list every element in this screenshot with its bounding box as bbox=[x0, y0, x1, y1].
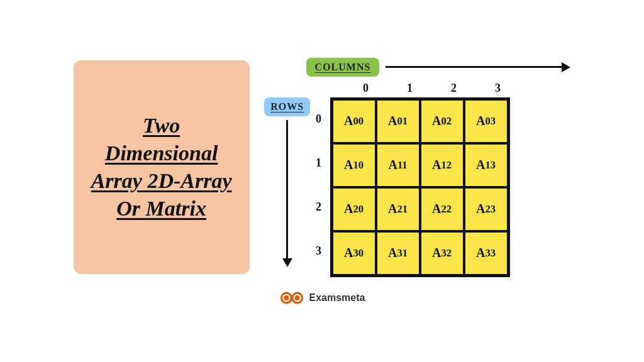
middle-section: ROWS 0 1 2 3 A00 A01 A02 A03 bbox=[269, 97, 510, 277]
cell-11: A11 bbox=[376, 143, 420, 187]
left-card: Two Dimensional Array 2D-Array Or Matrix bbox=[74, 60, 250, 274]
row-num-2: 2 bbox=[311, 185, 326, 229]
cell-00: A00 bbox=[332, 99, 376, 143]
columns-arrow bbox=[386, 62, 570, 72]
cell-12: A12 bbox=[420, 143, 464, 187]
infinity-icon bbox=[279, 291, 304, 305]
svg-point-1 bbox=[284, 295, 289, 300]
row-num-0: 0 bbox=[311, 97, 326, 141]
rows-badge: ROWS bbox=[264, 97, 310, 116]
col-numbers-row: 0 1 2 3 bbox=[344, 82, 520, 95]
arrow-line bbox=[386, 66, 562, 68]
row-numbers-col: 0 1 2 3 bbox=[311, 97, 326, 273]
cell-31: A31 bbox=[376, 231, 420, 275]
columns-row: COLUMNS bbox=[306, 58, 571, 77]
cell-20: A20 bbox=[332, 187, 376, 231]
cell-30: A30 bbox=[332, 231, 376, 275]
row-num-3: 3 bbox=[311, 229, 326, 273]
brand-logo bbox=[279, 291, 304, 305]
col-num-3: 3 bbox=[476, 82, 520, 95]
cell-02: A02 bbox=[420, 99, 464, 143]
row-num-1: 1 bbox=[311, 141, 326, 185]
cell-33: A33 bbox=[464, 231, 508, 275]
title-text: Two Dimensional Array 2D-Array Or Matrix bbox=[89, 112, 234, 223]
cell-22: A22 bbox=[420, 187, 464, 231]
cell-03: A03 bbox=[464, 99, 508, 143]
footer: Examsmeta bbox=[279, 291, 365, 305]
columns-badge: COLUMNS bbox=[306, 58, 380, 77]
cell-23: A23 bbox=[464, 187, 508, 231]
arrow-head bbox=[562, 62, 570, 72]
right-diagram: COLUMNS 0 1 2 3 ROWS bbox=[269, 58, 571, 277]
main-content: Two Dimensional Array 2D-Array Or Matrix… bbox=[20, 58, 624, 277]
brand-name: Examsmeta bbox=[309, 292, 365, 304]
cell-10: A10 bbox=[332, 143, 376, 187]
rows-arrow bbox=[282, 120, 292, 267]
col-num-0: 0 bbox=[344, 82, 388, 95]
rows-column: ROWS bbox=[269, 97, 306, 267]
arrow-head-v bbox=[282, 258, 292, 267]
cell-13: A13 bbox=[464, 143, 508, 187]
matrix-grid: A00 A01 A02 A03 A10 A11 A12 A13 A20 A21 … bbox=[330, 97, 510, 277]
svg-point-3 bbox=[294, 295, 299, 300]
cell-32: A32 bbox=[420, 231, 464, 275]
col-num-1: 1 bbox=[388, 82, 432, 95]
arrow-line-v bbox=[286, 120, 288, 258]
cell-01: A01 bbox=[376, 99, 420, 143]
col-num-2: 2 bbox=[432, 82, 476, 95]
cell-21: A21 bbox=[376, 187, 420, 231]
